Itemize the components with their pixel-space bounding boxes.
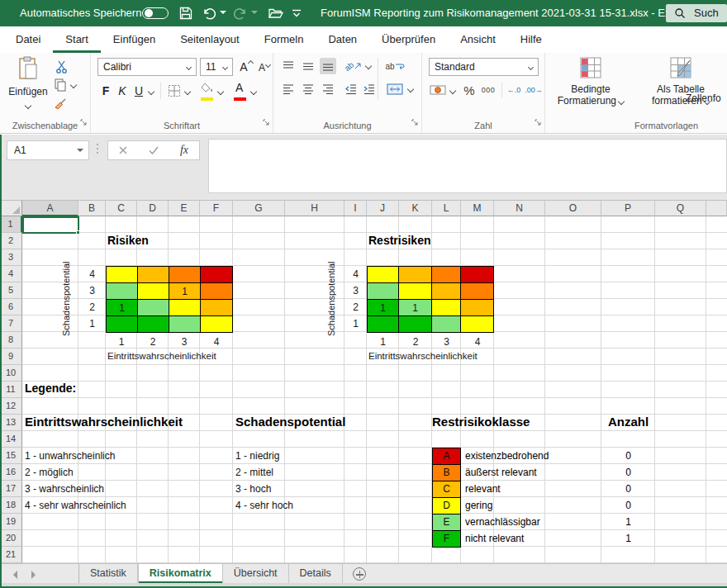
menu-tab-start[interactable]: Start <box>53 26 100 53</box>
undo-dropdown-icon[interactable] <box>220 11 226 17</box>
copy-dropdown-icon[interactable] <box>70 82 77 88</box>
name-box[interactable]: A1 <box>7 140 89 160</box>
column-header-J[interactable]: J <box>367 201 399 216</box>
grow-font-button[interactable]: A <box>238 58 254 76</box>
risiken-cell-r4c2[interactable] <box>138 316 169 332</box>
restrisiken-cell-r2c3[interactable] <box>432 283 460 299</box>
enter-icon[interactable] <box>149 143 159 158</box>
prev-sheet-icon[interactable] <box>13 571 17 579</box>
underline-button[interactable]: U <box>132 83 145 99</box>
italic-button[interactable]: K <box>116 83 129 99</box>
menu-tab-hilfe[interactable]: Hilfe <box>508 26 554 53</box>
row-header-21[interactable]: 21 <box>0 547 22 563</box>
select-all-button[interactable] <box>0 201 22 216</box>
font-color-button[interactable]: A <box>233 83 247 101</box>
restrisiken-cell-r3c3[interactable] <box>432 300 460 315</box>
column-header-G[interactable]: G <box>233 201 285 216</box>
row-header-5[interactable]: 5 <box>0 282 22 299</box>
column-header-I[interactable]: I <box>344 201 367 216</box>
search-box[interactable]: Such <box>666 4 727 22</box>
column-header-H[interactable]: H <box>285 201 344 216</box>
restrisiken-cell-r4c2[interactable] <box>399 316 431 332</box>
restrisiken-cell-r2c2[interactable] <box>399 283 431 299</box>
add-sheet-button[interactable] <box>343 564 376 583</box>
redo-icon[interactable] <box>233 6 248 21</box>
column-header-Q[interactable]: Q <box>655 201 706 216</box>
row-header-9[interactable]: 9 <box>0 349 22 365</box>
risiken-cell-r3c3[interactable] <box>169 300 200 315</box>
merge-dropdown-icon[interactable] <box>407 86 414 92</box>
row-header-4[interactable]: 4 <box>0 266 22 282</box>
restrisiken-cell-r4c1[interactable] <box>368 316 398 332</box>
save-icon[interactable] <box>178 6 193 21</box>
increase-decimal-button[interactable]: ←.0 <box>505 83 523 97</box>
sheet-tab-risikomatrix[interactable]: Risikomatrix <box>138 564 223 583</box>
menu-tab-einfügen[interactable]: Einfügen <box>101 26 168 53</box>
risiken-cell-r2c3[interactable]: 1 <box>169 283 200 299</box>
column-header-K[interactable]: K <box>399 201 432 216</box>
cells-area[interactable]: Risiken Restrisiken Schadenspotential Sc… <box>22 216 727 563</box>
risiken-cell-r4c3[interactable] <box>169 316 200 332</box>
row-header-11[interactable]: 11 <box>0 382 22 398</box>
risiken-cell-r3c2[interactable] <box>138 300 169 315</box>
column-header-E[interactable]: E <box>169 201 200 216</box>
bold-button[interactable]: F <box>99 83 112 99</box>
row-header-8[interactable]: 8 <box>0 332 22 349</box>
row-header-1[interactable]: 1 <box>0 216 22 233</box>
decrease-decimal-button[interactable]: .00→ <box>525 83 543 97</box>
open-folder-icon[interactable] <box>268 6 283 21</box>
cut-button[interactable] <box>55 59 69 74</box>
risiken-cell-r2c4[interactable] <box>201 283 232 299</box>
row-header-13[interactable]: 13 <box>0 415 22 431</box>
decrease-indent-button[interactable] <box>343 81 359 97</box>
restrisiken-cell-r4c4[interactable] <box>461 316 493 332</box>
row-header-19[interactable]: 19 <box>0 514 22 530</box>
column-header-O[interactable]: O <box>545 201 601 216</box>
fill-color-dropdown-icon[interactable] <box>217 88 224 95</box>
accounting-format-button[interactable] <box>429 83 447 97</box>
menu-tab-seitenlayout[interactable]: Seitenlayout <box>168 26 252 53</box>
align-right-button[interactable] <box>320 81 336 97</box>
column-header-M[interactable]: M <box>461 201 494 216</box>
risiken-cell-r2c1[interactable] <box>107 283 137 299</box>
selected-cell-A1[interactable] <box>22 216 79 234</box>
column-header-L[interactable]: L <box>432 201 461 216</box>
row-header-6[interactable]: 6 <box>0 299 22 315</box>
font-name-select[interactable]: Calibri <box>97 58 197 76</box>
orientation-dropdown-icon[interactable] <box>365 63 372 69</box>
sheet-tab-statistik[interactable]: Statistik <box>79 564 138 583</box>
row-header-12[interactable]: 12 <box>0 398 22 415</box>
copy-button[interactable] <box>53 78 68 92</box>
formula-input[interactable] <box>208 139 727 193</box>
number-dialog-launcher-icon[interactable] <box>535 115 542 130</box>
row-header-20[interactable]: 20 <box>0 530 22 547</box>
restrisiken-cell-r1c1[interactable] <box>368 267 398 282</box>
row-header-18[interactable]: 18 <box>0 497 22 514</box>
next-sheet-icon[interactable] <box>31 571 36 579</box>
risiken-cell-r4c1[interactable] <box>107 316 137 332</box>
restrisiken-cell-r1c2[interactable] <box>399 267 431 282</box>
restrisiken-cell-r1c4[interactable] <box>461 267 493 282</box>
column-header-A[interactable]: A <box>22 201 78 216</box>
merge-center-button[interactable] <box>384 81 406 97</box>
redo-dropdown-icon[interactable] <box>251 11 258 17</box>
column-header-B[interactable]: B <box>78 201 106 216</box>
increase-indent-button[interactable] <box>361 81 378 97</box>
underline-dropdown-icon[interactable] <box>148 88 154 95</box>
risiken-cell-r3c4[interactable] <box>201 300 232 315</box>
risiken-cell-r4c4[interactable] <box>201 316 232 332</box>
percent-button[interactable]: % <box>462 81 477 99</box>
risiken-cell-r1c3[interactable] <box>169 267 200 282</box>
number-format-select[interactable]: Standard <box>429 58 539 76</box>
font-dialog-launcher-icon[interactable] <box>263 115 270 130</box>
format-painter-button[interactable] <box>53 96 68 111</box>
restrisiken-cell-r4c3[interactable] <box>432 316 460 332</box>
column-header-D[interactable]: D <box>137 201 169 216</box>
menu-tab-formeln[interactable]: Formeln <box>252 26 316 53</box>
align-bottom-button[interactable] <box>320 58 336 74</box>
row-header-15[interactable]: 15 <box>0 448 22 464</box>
undo-icon[interactable] <box>202 6 216 21</box>
risiken-cell-r1c1[interactable] <box>107 267 137 282</box>
cell-styles-button[interactable]: Zellenfo <box>686 92 727 104</box>
cancel-icon[interactable] <box>119 143 127 158</box>
